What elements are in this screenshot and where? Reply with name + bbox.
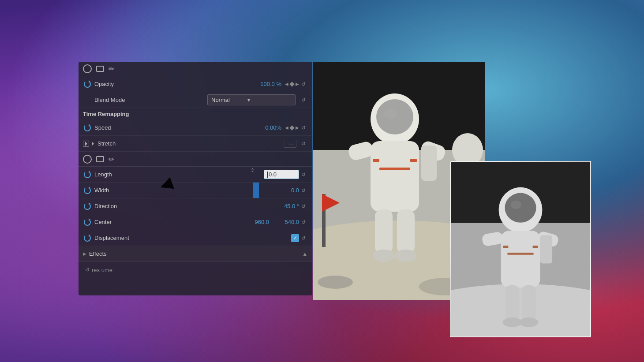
displacement-checkmark: ✓ (293, 235, 297, 241)
length-row: Length ⇕ 0.0 ↺ (79, 167, 312, 183)
effects-triangle-icon: ▶ (83, 251, 86, 256)
pen-tool-2-icon[interactable]: ✏ (109, 155, 114, 164)
speed-cycle-icon (83, 123, 92, 132)
opacity-label: Opacity (94, 81, 255, 87)
opacity-reset-button[interactable]: ↺ (299, 80, 308, 89)
speed-row: Speed 0.00% ◀ ▶ ↺ (79, 120, 312, 136)
length-input-value[interactable]: 0.0 (269, 171, 277, 178)
opacity-controls: ◀ ▶ (285, 82, 299, 86)
length-drag-handle-icon[interactable]: ⇕ (251, 168, 255, 173)
time-remapping-header: Time Remapping (79, 108, 312, 120)
speed-keyframe-diamond[interactable] (289, 125, 294, 130)
svg-point-25 (451, 284, 590, 336)
svg-point-14 (395, 250, 417, 262)
stretch-in-icon (83, 141, 89, 147)
bottom-label: res ume (92, 267, 112, 273)
panel-toolbar-2: ✏ (79, 152, 312, 167)
center-reset-button[interactable]: ↺ (299, 218, 308, 227)
effects-label: Effects (89, 250, 302, 257)
speed-reset-button[interactable]: ↺ (299, 123, 308, 132)
direction-value[interactable]: 45.0 ° (273, 203, 299, 209)
blend-mode-dropdown-arrow: ▾ (247, 97, 250, 103)
opacity-prev-arrow[interactable]: ◀ (285, 82, 288, 86)
svg-rect-38 (507, 253, 533, 255)
direction-label: Direction (94, 203, 273, 209)
pen-tool-icon[interactable]: ✏ (109, 65, 114, 73)
thumbnail-preview-image (450, 161, 591, 337)
opacity-value[interactable]: 100.0 % (255, 81, 281, 87)
svg-rect-17 (379, 168, 410, 170)
displacement-checkbox[interactable]: ✓ (291, 234, 299, 242)
length-cycle-icon (83, 170, 92, 179)
speed-controls: ◀ ▶ (285, 125, 299, 130)
rect-tool-icon[interactable] (96, 66, 104, 72)
length-cursor (267, 172, 268, 178)
svg-rect-11 (375, 209, 393, 254)
displacement-cycle-icon (83, 234, 92, 243)
center-label: Center (94, 219, 243, 225)
width-cycle-icon (83, 186, 92, 195)
blend-mode-reset-button[interactable]: ↺ (299, 96, 308, 104)
stretch-label: Stretch (97, 140, 284, 147)
svg-point-34 (503, 317, 522, 327)
svg-point-28 (511, 200, 521, 209)
length-reset-button[interactable]: ↺ (299, 170, 308, 179)
circle-tool-2-icon[interactable] (83, 155, 92, 164)
svg-rect-16 (410, 159, 417, 162)
speed-value[interactable]: 0.00% (255, 124, 281, 131)
center-cycle-icon (83, 218, 92, 227)
svg-rect-29 (501, 231, 540, 287)
svg-point-3 (318, 276, 353, 289)
stretch-icons (83, 141, 94, 147)
direction-row: Direction 45.0 ° ↺ (79, 198, 312, 214)
svg-rect-15 (373, 159, 379, 162)
opacity-row: Opacity 100.0 % ◀ ▶ ↺ (79, 76, 312, 92)
direction-cycle-icon (83, 202, 92, 211)
center-value-y[interactable]: 540.0 (273, 219, 299, 225)
svg-rect-39 (540, 235, 552, 263)
stretch-reset-button[interactable]: ↺ (299, 139, 308, 148)
time-remapping-label: Time Remapping (83, 111, 129, 117)
svg-point-35 (519, 317, 538, 327)
properties-panel: ✏ Opacity 100.0 % ◀ ▶ ↺ Blend Mode Norma… (79, 62, 312, 295)
svg-point-7 (384, 108, 397, 119)
speed-next-arrow[interactable]: ▶ (296, 125, 299, 130)
opacity-keyframe-diamond[interactable] (289, 82, 294, 86)
blend-mode-row: Blend Mode Normal ▾ ↺ (79, 92, 312, 108)
svg-point-13 (373, 250, 395, 262)
length-input[interactable]: 0.0 (264, 170, 299, 179)
speed-label: Speed (94, 124, 255, 131)
circle-tool-icon[interactable] (83, 64, 92, 73)
svg-rect-32 (505, 285, 519, 320)
width-label: Width (94, 187, 264, 194)
width-reset-button[interactable]: ↺ (299, 186, 308, 195)
svg-rect-8 (371, 141, 419, 212)
stretch-button-icon: →≡ (286, 141, 294, 146)
blend-mode-label: Blend Mode (94, 97, 207, 103)
stretch-row: Stretch →≡ ↺ (79, 136, 312, 152)
direction-reset-button[interactable]: ↺ (299, 202, 308, 211)
opacity-cycle-icon (83, 80, 92, 89)
bottom-row: ↺ res ume (79, 262, 312, 278)
stretch-list-button[interactable]: →≡ (284, 140, 296, 148)
displacement-reset-button[interactable]: ↺ (299, 234, 308, 243)
stretch-out-icon (92, 142, 94, 146)
rect-tool-2-icon[interactable] (96, 156, 104, 162)
blend-mode-dropdown[interactable]: Normal ▾ (207, 94, 296, 105)
svg-rect-37 (533, 246, 538, 248)
displacement-label: Displacement (94, 235, 291, 241)
center-row: Center 960.0 540.0 ↺ (79, 214, 312, 230)
effects-collapse-button[interactable]: ▲ (302, 250, 308, 258)
width-slider-bar[interactable] (253, 183, 259, 198)
width-value[interactable]: 0.0 (273, 187, 299, 194)
effects-row: ▶ Effects ▲ (79, 246, 312, 262)
panel-toolbar-1: ✏ (79, 62, 312, 76)
bottom-reset-button[interactable]: ↺ (83, 265, 92, 274)
width-row: Width 0.0 ↺ (79, 183, 312, 198)
astronaut-thumb-svg (451, 162, 590, 336)
center-value-x[interactable]: 960.0 (243, 219, 269, 225)
opacity-next-arrow[interactable]: ▶ (296, 82, 299, 86)
displacement-row: Displacement ✓ ↺ (79, 230, 312, 246)
speed-prev-arrow[interactable]: ◀ (285, 125, 288, 130)
svg-rect-33 (522, 285, 536, 320)
